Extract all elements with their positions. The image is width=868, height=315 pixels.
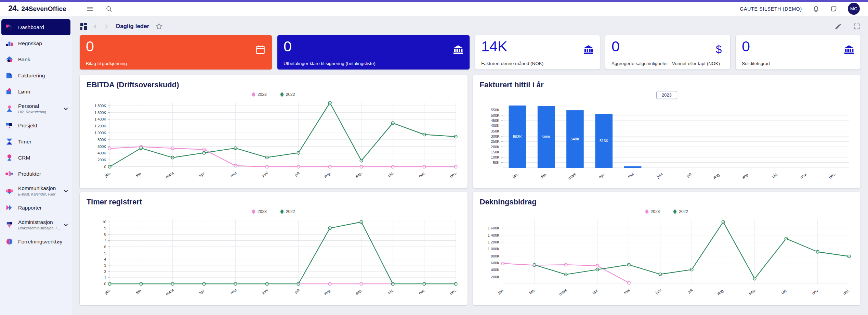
svg-text:apr.: apr. [598, 172, 605, 179]
svg-text:mai: mai [230, 171, 237, 178]
svg-text:feb.: feb. [135, 288, 143, 295]
reports-icon [5, 203, 14, 212]
svg-text:8: 8 [104, 232, 106, 236]
sidebar-item-dashboard[interactable]: Dashboard [1, 19, 70, 35]
legend-item-2023[interactable]: 2023 [645, 209, 660, 214]
sidebar-item-label: Forretningsverktøy [18, 239, 62, 245]
sidebar-item-administrasjon[interactable]: Administrasjon Brukeradministrasjon, I… [0, 216, 72, 234]
kpi-card-utbetalinger[interactable]: 0 Utbetalinger klare til signering (beta… [277, 35, 470, 70]
svg-text:800K: 800K [491, 254, 500, 258]
sidebar-item-regnskap[interactable]: Regnskap [0, 35, 72, 51]
legend-item-2023[interactable]: 2023 [252, 92, 267, 97]
fakturert-bar-chart: 50K100K150K200K250K300K350K400K450K500K5… [480, 100, 854, 182]
svg-text:600K: 600K [97, 144, 106, 149]
svg-text:jan.: jan. [497, 288, 504, 295]
kpi-card-bilag[interactable]: 0 Bilag til godkjenning [80, 35, 272, 70]
back-chevron-icon[interactable] [92, 23, 98, 30]
svg-text:feb.: feb. [135, 171, 143, 178]
dashboard-icon [5, 23, 14, 32]
kpi-value: 0 [284, 38, 463, 55]
sidebar-item-rapporter[interactable]: Rapporter [0, 200, 72, 216]
svg-text:588K: 588K [542, 135, 551, 139]
sidebar-item-fakturering[interactable]: Fakturering [0, 67, 72, 84]
legend-dot-green [280, 210, 284, 214]
svg-text:50K: 50K [493, 161, 500, 165]
legend-dot-pink [252, 92, 255, 97]
svg-text:6: 6 [104, 245, 106, 249]
invoice-icon [5, 71, 14, 80]
kpi-value: 0 [86, 38, 266, 55]
svg-text:1 600K: 1 600K [488, 226, 500, 230]
svg-text:sep.: sep. [748, 288, 757, 295]
svg-text:jan.: jan. [104, 288, 111, 295]
svg-text:7: 7 [104, 238, 106, 242]
legend-label: 2022 [286, 92, 295, 97]
svg-text:400K: 400K [491, 124, 500, 128]
sidebar-item-personal[interactable]: Personal HR, Rekruttering [0, 100, 72, 117]
user-name[interactable]: GAUTE SILSETH (DEMO) [740, 6, 802, 12]
brand-logo[interactable]: 24 24SevenOffice [8, 4, 82, 13]
sidebar-item-lonn[interactable]: Lønn [0, 84, 72, 100]
administration-icon [5, 220, 14, 229]
legend-item-2022[interactable]: 2022 [280, 92, 295, 97]
bank-icon [583, 44, 594, 55]
kpi-card-salgsmuligheter[interactable]: 0 Aggregerte salgsmuligheter - Vunnet el… [605, 35, 730, 70]
avatar[interactable]: MC [848, 3, 860, 15]
hamburger-menu-icon[interactable] [86, 5, 94, 13]
search-icon[interactable] [105, 5, 113, 13]
chevron-down-icon [63, 106, 68, 111]
kpi-card-row: 0 Bilag til godkjenning 0 Utbetalinger k… [80, 35, 860, 70]
svg-text:des.: des. [449, 171, 458, 178]
main-content: Daglig leder 0 Bilag til godkjenning 0 U… [73, 16, 868, 315]
sidebar-item-label: Prosjekt [18, 123, 37, 129]
notifications-bell-icon[interactable] [812, 5, 820, 13]
sidebar-item-label: Bank [18, 56, 30, 63]
svg-text:200K: 200K [491, 275, 500, 279]
sidebar-item-forretningsverktoy[interactable]: Forretningsverktøy [0, 234, 72, 250]
svg-text:200K: 200K [97, 158, 106, 162]
svg-text:okt.: okt. [771, 172, 778, 179]
accounting-icon [5, 39, 14, 48]
chart-grid: EBITDA (Driftsoverskudd) 2023 2022 0200K… [80, 75, 860, 305]
kpi-value: 0 [611, 38, 724, 55]
edit-pencil-icon[interactable] [834, 23, 842, 30]
svg-text:mars: mars [558, 288, 568, 297]
legend-item-2022[interactable]: 2022 [280, 209, 295, 214]
favorite-star-icon[interactable] [155, 22, 163, 30]
svg-text:500K: 500K [491, 113, 500, 117]
svg-text:550K: 550K [491, 108, 500, 112]
svg-text:450K: 450K [491, 118, 500, 123]
kpi-card-soliditetsgrad[interactable]: 0 Soliditetsgrad [736, 35, 860, 70]
svg-text:juli: juli [687, 288, 693, 294]
sidebar-item-label: CRM [18, 155, 30, 161]
sidebar-item-timer[interactable]: Timer [0, 134, 72, 150]
svg-text:2: 2 [104, 269, 106, 274]
legend-item-2023[interactable]: 2023 [252, 209, 267, 214]
svg-text:mai: mai [627, 172, 634, 179]
sidebar-item-crm[interactable]: CRM [0, 150, 72, 166]
dekningsbidrag-line-chart: 200K400K600K800K1 000K1 200K1 400K1 600K… [480, 216, 854, 298]
forward-chevron-icon[interactable] [103, 23, 109, 30]
sidebar-item-label: Timer [18, 139, 31, 145]
svg-text:des.: des. [449, 288, 458, 295]
svg-text:jan.: jan. [511, 172, 519, 179]
dashboard-grid-icon[interactable] [80, 23, 88, 30]
sidebar-item-prosjekt[interactable]: Prosjekt [0, 117, 72, 134]
sidebar-item-bank[interactable]: Bank [0, 51, 72, 67]
fullscreen-icon[interactable] [853, 23, 860, 30]
legend-label: 2022 [679, 209, 688, 214]
svg-text:feb.: feb. [540, 172, 548, 179]
sidebar-item-produkter[interactable]: Produkter [0, 166, 72, 182]
dollar-icon: $ [713, 44, 724, 55]
svg-text:aug.: aug. [323, 171, 332, 179]
year-selector-button[interactable]: 2023 [656, 91, 677, 99]
sidebar-item-kommunikasjon[interactable]: Kommunikasjon E-post, Kalender, Filer [0, 182, 72, 200]
svg-text:1 000K: 1 000K [488, 247, 500, 251]
kpi-card-fakturert-maned[interactable]: 14K Fakturert denne måned (NOK) [475, 35, 600, 70]
svg-text:juni: juni [654, 288, 662, 295]
svg-text:1 800K: 1 800K [94, 104, 106, 108]
chart-title: Timer registrert [87, 198, 461, 206]
page-title[interactable]: Daglig leder [116, 23, 149, 30]
notes-icon[interactable] [830, 5, 838, 13]
legend-item-2022[interactable]: 2022 [673, 209, 688, 214]
